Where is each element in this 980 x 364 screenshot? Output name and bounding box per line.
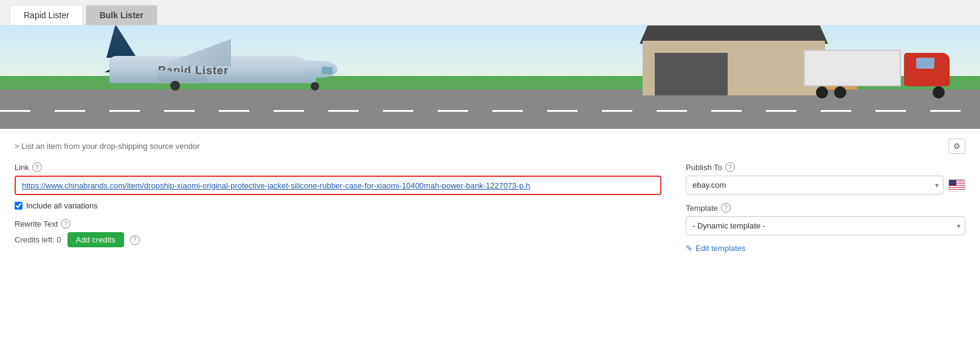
include-variations-label: Include all variations (26, 201, 98, 210)
template-select[interactable]: - Dynamic template - Custom Template 1 (686, 216, 965, 235)
include-variations-checkbox[interactable] (15, 202, 22, 210)
link-input[interactable] (22, 181, 654, 190)
tabs-bar: Rapid Lister Bulk Lister (0, 0, 980, 26)
runway-center-line (0, 110, 980, 112)
rewrite-help-icon[interactable]: ? (61, 219, 71, 228)
add-credits-button[interactable]: Add credits (67, 232, 124, 247)
link-help-icon[interactable]: ? (32, 162, 42, 172)
settings-icon: ⚙ (953, 142, 961, 151)
form-right: Publish To ? ebay.com amazon.com ▾ (686, 162, 965, 253)
publish-to-field: Publish To ? ebay.com amazon.com ▾ (686, 162, 965, 194)
publish-to-label-row: Publish To ? (686, 162, 965, 172)
publish-to-label: Publish To (686, 163, 722, 172)
template-help-icon[interactable]: ? (721, 203, 731, 213)
plane-tail (106, 26, 137, 58)
credits-label: Credits left: 0 (15, 235, 61, 244)
plane-wheel-front (311, 82, 319, 91)
truck-trailer (804, 50, 901, 86)
edit-templates-link[interactable]: ✎ Edit templates (686, 244, 965, 253)
template-select-wrapper: - Dynamic template - Custom Template 1 ▾ (686, 216, 965, 235)
truck-cab (904, 53, 950, 86)
publish-to-select[interactable]: ebay.com amazon.com (686, 176, 944, 194)
truck (804, 47, 950, 95)
publish-row: ebay.com amazon.com ▾ (686, 176, 965, 194)
truck-wheel-2 (834, 86, 846, 98)
us-flag (949, 180, 965, 191)
tab-rapid-lister[interactable]: Rapid Lister (10, 5, 83, 25)
form-layout: Link ? Include all variations Rewrite Te… (15, 162, 965, 253)
warehouse (640, 26, 828, 95)
rewrite-text-label: Rewrite Text (15, 219, 58, 228)
include-variations-row: Include all variations (15, 201, 661, 210)
rewrite-text-label-row: Rewrite Text ? (15, 219, 661, 228)
truck-wheel-3 (933, 86, 945, 98)
plane-wing-top (158, 39, 231, 66)
banner: Rapid Lister (0, 26, 980, 129)
warehouse-walls (643, 41, 825, 95)
tab-bulk-lister[interactable]: Bulk Lister (86, 5, 157, 25)
link-label: Link (15, 163, 29, 172)
flag-icon (948, 179, 965, 191)
warehouse-door (655, 53, 728, 95)
publish-to-help-icon[interactable]: ? (725, 162, 735, 172)
publish-to-select-wrapper: ebay.com amazon.com ▾ (686, 176, 944, 194)
plane-window (322, 67, 333, 74)
edit-icon: ✎ (686, 244, 692, 253)
plane-wheel-main (170, 81, 180, 91)
page-wrapper: Rapid Lister Bulk Lister Rapid Lister (0, 0, 980, 364)
form-left: Link ? Include all variations Rewrite Te… (15, 162, 661, 253)
flag-us-canton (949, 180, 956, 186)
credits-help-icon[interactable]: ? (130, 235, 140, 245)
link-label-row: Link ? (15, 162, 661, 172)
breadcrumb: > List an item from your drop-shipping s… (15, 142, 200, 151)
airplane: Rapid Lister (97, 29, 353, 95)
plane-nose (304, 61, 337, 78)
template-field: Template ? - Dynamic template - Custom T… (686, 203, 965, 235)
content-area: > List an item from your drop-shipping s… (0, 129, 980, 263)
rewrite-section: Rewrite Text ? Credits left: 0 Add credi… (15, 219, 661, 247)
template-label-row: Template ? (686, 203, 965, 213)
link-input-wrapper (15, 176, 661, 195)
truck-wheel-1 (816, 86, 828, 98)
breadcrumb-row: > List an item from your drop-shipping s… (15, 139, 965, 154)
credits-row: Credits left: 0 Add credits ? (15, 232, 661, 247)
truck-cab-window (916, 58, 934, 69)
settings-button[interactable]: ⚙ (948, 139, 965, 154)
edit-templates-label: Edit templates (695, 244, 745, 253)
template-label: Template (686, 204, 718, 213)
